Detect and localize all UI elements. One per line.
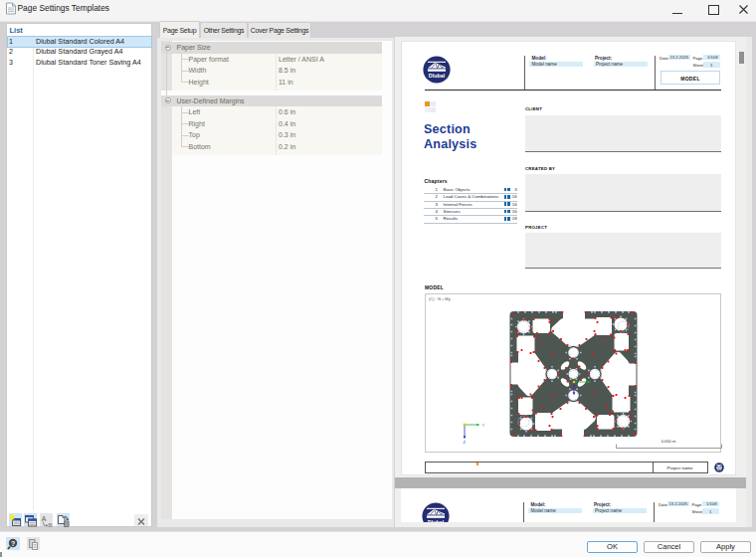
svg-text:A: A bbox=[42, 515, 47, 522]
svg-text:Dlubal: Dlubal bbox=[429, 72, 446, 78]
svg-text:Z: Z bbox=[463, 440, 466, 445]
svg-text:Dlubal: Dlubal bbox=[428, 518, 445, 522]
svg-text:?: ? bbox=[11, 540, 15, 547]
svg-text:Y: Y bbox=[482, 423, 485, 428]
svg-text:B: B bbox=[49, 522, 53, 527]
